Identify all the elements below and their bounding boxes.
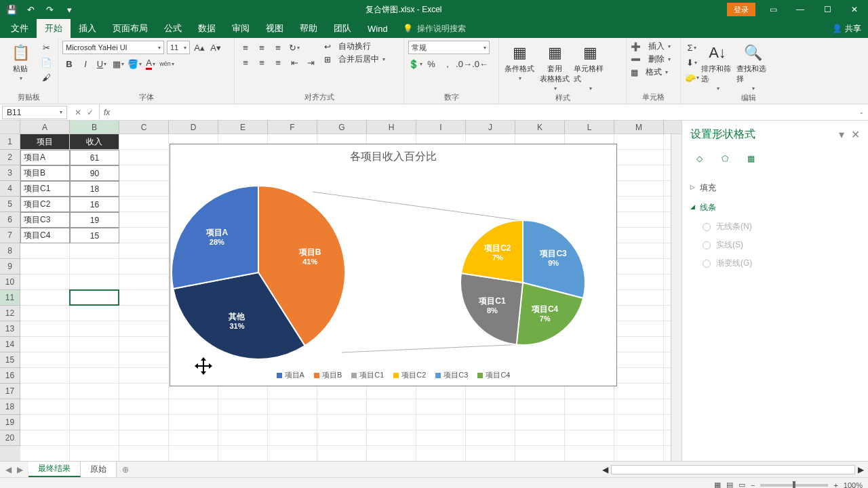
align-bottom-icon[interactable]: ≡: [271, 41, 285, 54]
phonetic-icon[interactable]: wén▾: [160, 57, 174, 70]
decrease-font-icon[interactable]: A▾: [209, 41, 222, 54]
cell[interactable]: 19: [70, 212, 119, 228]
font-size-combo[interactable]: 11▾: [167, 41, 190, 54]
col-header[interactable]: B: [70, 121, 119, 134]
decrease-decimal-icon[interactable]: .0←: [473, 57, 487, 70]
autosum-icon[interactable]: Σ▾: [685, 41, 698, 54]
increase-decimal-icon[interactable]: .0→: [457, 57, 471, 70]
col-header[interactable]: M: [614, 121, 664, 134]
tab-review[interactable]: 审阅: [224, 19, 258, 38]
clear-icon[interactable]: 🧽▾: [685, 70, 698, 84]
paste-button[interactable]: 📋粘贴▾: [4, 41, 37, 81]
accept-formula-icon[interactable]: ✓: [87, 108, 94, 117]
tab-file[interactable]: 文件: [3, 19, 37, 38]
radio-gradient-line[interactable]: 渐变线(G): [703, 254, 860, 272]
tab-view[interactable]: 视图: [258, 19, 292, 38]
minimize-icon[interactable]: —: [787, 0, 814, 19]
size-tab-icon[interactable]: ▦: [742, 150, 760, 167]
sheet-tab-active[interactable]: 最终结果: [28, 462, 81, 477]
orientation-icon[interactable]: ↻▾: [288, 41, 301, 54]
tab-team[interactable]: 团队: [326, 19, 359, 38]
col-header[interactable]: F: [268, 121, 317, 134]
row-header[interactable]: 20: [0, 430, 20, 446]
cell[interactable]: 项目B: [20, 165, 70, 181]
number-format-combo[interactable]: 常规▾: [408, 41, 490, 54]
format-cells-button[interactable]: ▦ 格式▾: [631, 66, 668, 78]
horizontal-scrollbar[interactable]: [611, 465, 855, 474]
cell[interactable]: 16: [70, 197, 119, 212]
scroll-left-icon[interactable]: ◀: [602, 465, 608, 474]
name-box[interactable]: B11▾: [2, 106, 67, 119]
col-header[interactable]: J: [466, 121, 515, 134]
accounting-icon[interactable]: 💲▾: [408, 57, 422, 70]
row-header[interactable]: 7: [0, 228, 20, 243]
close-icon[interactable]: ✕: [841, 0, 868, 19]
cut-icon[interactable]: ✂: [39, 41, 53, 54]
pane-options-icon[interactable]: ▾: [839, 128, 844, 141]
col-header[interactable]: L: [565, 121, 614, 134]
ribbon-options-icon[interactable]: ▭: [760, 0, 787, 19]
radio-no-line[interactable]: 无线条(N): [703, 218, 860, 236]
worksheet[interactable]: ABCDEFGHIJKLM 12345678910111213141516171…: [0, 121, 682, 461]
col-header[interactable]: C: [119, 121, 169, 134]
comma-icon[interactable]: ,: [441, 57, 454, 70]
cell[interactable]: 项目C3: [20, 212, 70, 228]
fill-color-icon[interactable]: 🪣▾: [127, 57, 141, 70]
row-header[interactable]: 3: [0, 165, 20, 181]
conditional-format-button[interactable]: ▦条件格式▾: [503, 41, 536, 81]
prev-sheet-icon[interactable]: ◀: [5, 465, 12, 474]
tab-home[interactable]: 开始: [37, 19, 71, 38]
tab-data[interactable]: 数据: [190, 19, 224, 38]
sheet-tab-other[interactable]: 原始: [81, 462, 117, 477]
bold-icon[interactable]: B: [62, 57, 76, 70]
col-header[interactable]: D: [169, 121, 218, 134]
cell[interactable]: 项目C4: [20, 228, 70, 243]
align-top-icon[interactable]: ≡: [239, 41, 252, 54]
tab-insert[interactable]: 插入: [71, 19, 104, 38]
row-header[interactable]: 12: [0, 306, 20, 321]
cell-style-button[interactable]: ▦单元格样式▾: [574, 41, 606, 92]
scroll-right-icon[interactable]: ▶: [858, 465, 864, 474]
effects-tab-icon[interactable]: ⬠: [716, 150, 734, 167]
border-icon[interactable]: ▦▾: [111, 57, 125, 70]
row-header[interactable]: 5: [0, 197, 20, 212]
row-header[interactable]: 4: [0, 181, 20, 197]
cell[interactable]: 90: [70, 165, 119, 181]
cell[interactable]: 收入: [70, 134, 119, 150]
align-right-icon[interactable]: ≡: [271, 56, 285, 69]
row-header[interactable]: 9: [0, 259, 20, 274]
percent-icon[interactable]: %: [425, 57, 438, 70]
row-header[interactable]: 18: [0, 399, 20, 415]
tab-help[interactable]: 帮助: [292, 19, 326, 38]
font-name-combo[interactable]: Microsoft YaHei UI▾: [62, 41, 164, 54]
section-line[interactable]: 线条: [690, 198, 860, 218]
fill-line-tab-icon[interactable]: ◇: [690, 150, 708, 167]
expand-formula-icon[interactable]: ⌄: [855, 109, 868, 115]
zoom-slider[interactable]: [760, 484, 828, 487]
chart-object[interactable]: 各项目收入百分比 项目B41%其他31%项目A28% 项目C39%项目C47%项…: [170, 144, 617, 386]
increase-indent-icon[interactable]: ⇥: [304, 56, 317, 69]
col-header[interactable]: E: [218, 121, 268, 134]
section-fill[interactable]: 填充: [690, 178, 860, 198]
col-header[interactable]: G: [317, 121, 367, 134]
select-all-corner[interactable]: [0, 121, 20, 134]
cell[interactable]: 项目A: [20, 150, 70, 165]
row-header[interactable]: 11: [0, 290, 20, 306]
row-header[interactable]: 2: [0, 150, 20, 165]
vertical-scrollbar[interactable]: [671, 134, 682, 461]
align-middle-icon[interactable]: ≡: [255, 41, 269, 54]
view-normal-icon[interactable]: ▦: [714, 481, 721, 488]
qat-customize-icon[interactable]: ▾: [63, 3, 75, 16]
insert-cells-button[interactable]: ➕ 插入▾: [631, 41, 671, 52]
decrease-indent-icon[interactable]: ⇤: [288, 56, 301, 69]
tab-pagelayout[interactable]: 页面布局: [104, 19, 156, 38]
row-header[interactable]: 19: [0, 415, 20, 430]
font-color-icon[interactable]: A▾: [144, 57, 157, 70]
wrap-text-button[interactable]: ↩ 自动换行: [324, 41, 385, 52]
radio-solid-line[interactable]: 实线(S): [703, 236, 860, 254]
tab-wind[interactable]: Wind: [359, 19, 396, 38]
format-painter-icon[interactable]: 🖌: [39, 70, 53, 84]
login-button[interactable]: 登录: [727, 3, 755, 16]
row-header[interactable]: 6: [0, 212, 20, 228]
col-header[interactable]: K: [515, 121, 565, 134]
